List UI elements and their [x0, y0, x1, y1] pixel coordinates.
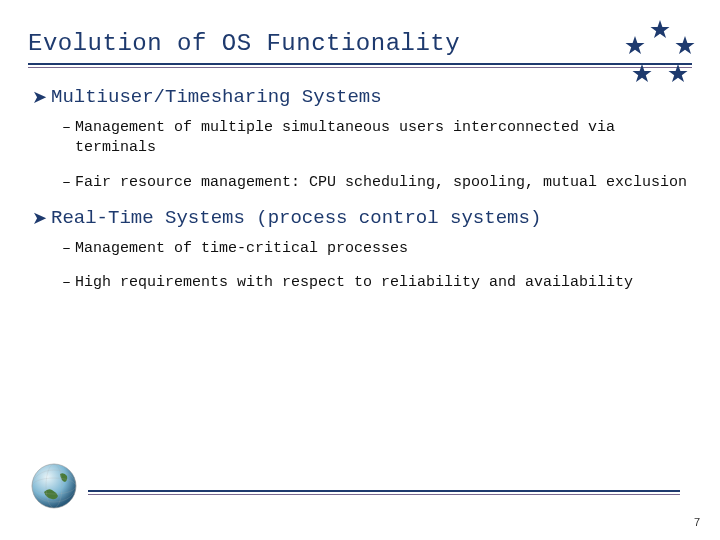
- section-heading-text: Multiuser/Timesharing Systems: [51, 86, 382, 108]
- dash-bullet-icon: –: [62, 239, 71, 259]
- svg-marker-2: [676, 36, 695, 54]
- list-item: – High requirements with respect to reli…: [62, 273, 688, 293]
- title-divider: [28, 63, 692, 65]
- footer-divider-accent: [88, 494, 680, 495]
- list-item: – Management of multiple simultaneous us…: [62, 118, 688, 159]
- footer-divider: [88, 490, 680, 492]
- title-divider-accent: [28, 67, 692, 68]
- list-item-text: Management of time-critical processes: [75, 239, 408, 259]
- dash-bullet-icon: –: [62, 118, 71, 138]
- page-title: Evolution of OS Functionality: [28, 30, 692, 57]
- list-item-text: Fair resource management: CPU scheduling…: [75, 173, 687, 193]
- slide: Evolution of OS Functionality ➤ Multiuse…: [0, 0, 720, 540]
- svg-marker-3: [633, 64, 652, 82]
- list-item-text: High requirements with respect to reliab…: [75, 273, 633, 293]
- svg-point-5: [32, 464, 76, 508]
- arrow-bullet-icon: ➤: [32, 86, 47, 108]
- svg-marker-0: [651, 20, 670, 38]
- svg-marker-1: [626, 36, 645, 54]
- dash-bullet-icon: –: [62, 173, 71, 193]
- list-item-text: Management of multiple simultaneous user…: [75, 118, 688, 159]
- list-item: – Management of time-critical processes: [62, 239, 688, 259]
- section-heading: ➤ Real-Time Systems (process control sys…: [32, 207, 688, 229]
- stars-logo: [620, 18, 700, 88]
- svg-marker-4: [669, 64, 688, 82]
- section-heading: ➤ Multiuser/Timesharing Systems: [32, 86, 688, 108]
- content-area: ➤ Multiuser/Timesharing Systems – Manage…: [28, 86, 692, 293]
- section-heading-text: Real-Time Systems (process control syste…: [51, 207, 541, 229]
- list-item: – Fair resource management: CPU scheduli…: [62, 173, 688, 193]
- globe-icon: [30, 462, 78, 510]
- page-number: 7: [694, 516, 700, 528]
- arrow-bullet-icon: ➤: [32, 207, 47, 229]
- dash-bullet-icon: –: [62, 273, 71, 293]
